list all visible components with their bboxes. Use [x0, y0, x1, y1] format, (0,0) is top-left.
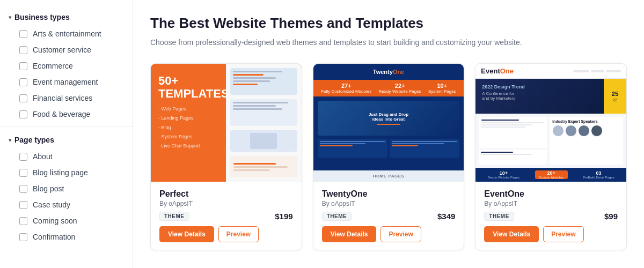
sidebar-item-label: Event management: [33, 78, 98, 86]
main-content: The Best Website Themes and Templates Ch…: [133, 0, 644, 268]
card-eventone-author: By oAppsIT: [484, 200, 618, 207]
sidebar-item-label: Coming soon: [33, 217, 77, 225]
sidebar-item-label: About: [33, 152, 53, 161]
sidebar-item-label: Blog post: [33, 184, 64, 193]
card-twentyone-name: TwentyOne: [322, 189, 456, 199]
checkbox-about[interactable]: [19, 153, 27, 161]
sidebar-item-label: Food & beverage: [33, 110, 90, 118]
card-twentyone-preview-button[interactable]: Preview: [380, 226, 421, 242]
sidebar-item-ecommerce[interactable]: Ecommerce: [0, 58, 133, 74]
card-perfect-view-button[interactable]: View Details: [159, 226, 214, 242]
card-perfect-body: Perfect By oAppsIT THEME $199 View Detai…: [151, 182, 302, 250]
checkbox-coming-soon[interactable]: [19, 217, 27, 225]
sidebar-item-confirmation[interactable]: Confirmation: [0, 229, 133, 245]
section-divider: [0, 126, 133, 127]
sidebar-item-case-study[interactable]: Case study: [0, 197, 133, 213]
sidebar-item-coming-soon[interactable]: Coming soon: [0, 213, 133, 229]
card-twentyone-badge: THEME: [322, 212, 352, 221]
card-twentyone-actions: View Details Preview: [322, 226, 456, 242]
card-perfect-actions: View Details Preview: [159, 226, 293, 242]
sidebar-item-label: Ecommerce: [33, 62, 73, 70]
card-eventone-preview-button[interactable]: Preview: [543, 226, 583, 242]
card-eventone-view-button[interactable]: View Details: [484, 226, 539, 242]
card-perfect-preview-button[interactable]: Preview: [218, 226, 259, 242]
card-twentyone-image: TwentyOne 27+ Fully Customized Modules 2…: [313, 64, 464, 182]
card-perfect-name: Perfect: [159, 189, 293, 199]
card-eventone: EventOne 2022 Design Trend A Conf: [475, 63, 627, 250]
sidebar-item-arts[interactable]: Arts & entertainment: [0, 26, 133, 42]
sidebar-item-label: Blog listing page: [33, 168, 88, 177]
sidebar-item-financial[interactable]: Financial services: [0, 90, 133, 106]
sidebar-item-label: Confirmation: [33, 233, 75, 241]
cards-grid: 50+TEMPLATES - Web Pages - Landing Pages…: [150, 63, 627, 250]
card-twentyone: TwentyOne 27+ Fully Customized Modules 2…: [313, 63, 465, 250]
card-eventone-price: $99: [604, 212, 618, 221]
card-eventone-image: EventOne 2022 Design Trend A Conf: [475, 64, 626, 182]
card-perfect-footer: THEME $199: [159, 212, 293, 221]
checkbox-food[interactable]: [19, 110, 27, 118]
card-eventone-badge: THEME: [484, 212, 514, 221]
sidebar-item-label: Customer service: [33, 46, 91, 54]
card-eventone-body: EventOne By oAppsIT THEME $99 View Detai…: [475, 182, 626, 250]
card-perfect-badge: THEME: [159, 212, 189, 221]
card-eventone-footer: THEME $99: [484, 212, 618, 221]
card-perfect-image: 50+TEMPLATES - Web Pages - Landing Pages…: [151, 64, 302, 182]
sidebar-item-food[interactable]: Food & beverage: [0, 106, 133, 122]
checkbox-blog-listing[interactable]: [19, 169, 27, 177]
sidebar-item-blog-post[interactable]: Blog post: [0, 181, 133, 197]
checkbox-ecommerce[interactable]: [19, 62, 27, 70]
checkbox-event-management[interactable]: [19, 78, 27, 86]
sidebar-item-event-management[interactable]: Event management: [0, 74, 133, 90]
sidebar-section-page-label: Page types: [14, 136, 54, 144]
sidebar-item-label: Arts & entertainment: [33, 29, 101, 38]
checkbox-confirmation[interactable]: [19, 233, 27, 241]
sidebar-item-label: Financial services: [33, 94, 92, 102]
card-eventone-actions: View Details Preview: [484, 226, 618, 242]
page-subtitle: Choose from professionally-designed web …: [150, 37, 627, 48]
sidebar-item-blog-listing[interactable]: Blog listing page: [0, 165, 133, 181]
card-twentyone-footer: THEME $349: [322, 212, 456, 221]
checkbox-arts[interactable]: [19, 30, 27, 38]
card-twentyone-view-button[interactable]: View Details: [322, 226, 377, 242]
sidebar-section-page[interactable]: ▾ Page types: [0, 131, 133, 148]
card-perfect-price: $199: [275, 212, 292, 221]
checkbox-case-study[interactable]: [19, 201, 27, 209]
checkbox-financial[interactable]: [19, 94, 27, 102]
page-title: The Best Website Themes and Templates: [150, 15, 627, 32]
chevron-down-icon: ▾: [9, 14, 11, 20]
checkbox-customer-service[interactable]: [19, 46, 27, 54]
sidebar-section-business[interactable]: ▾ Business types: [0, 9, 133, 26]
sidebar-section-business-label: Business types: [14, 13, 70, 21]
chevron-down-icon-2: ▾: [9, 137, 11, 143]
card-twentyone-body: TwentyOne By oAppsIT THEME $349 View Det…: [313, 182, 464, 250]
sidebar-item-about[interactable]: About: [0, 148, 133, 165]
card-twentyone-price: $349: [437, 212, 455, 221]
card-eventone-name: EventOne: [484, 189, 618, 199]
sidebar-item-label: Case study: [33, 200, 70, 209]
card-perfect-author: By oAppsIT: [159, 200, 293, 207]
checkbox-blog-post[interactable]: [19, 185, 27, 193]
card-perfect: 50+TEMPLATES - Web Pages - Landing Pages…: [150, 63, 302, 250]
card-twentyone-author: By oAppsIT: [322, 200, 456, 207]
sidebar-item-customer-service[interactable]: Customer service: [0, 42, 133, 58]
sidebar: ▾ Business types Arts & entertainment Cu…: [0, 0, 133, 268]
